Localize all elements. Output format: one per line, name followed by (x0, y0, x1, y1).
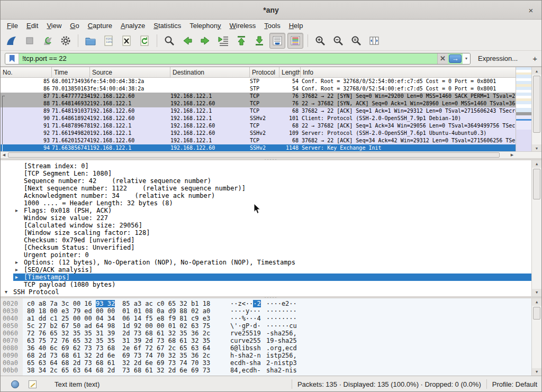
expander-closed-icon[interactable]: ▸ (15, 274, 24, 281)
detail-line[interactable]: [Stream index: 0] (1, 162, 541, 170)
auto-scroll-button[interactable] (269, 33, 285, 49)
detail-line[interactable]: Checksum: 0x79ed [unverified] (1, 236, 541, 244)
filter-dropdown-button[interactable]: ▾ (463, 53, 470, 64)
menu-statistics[interactable]: Statistics (149, 21, 185, 31)
zoom-out-button[interactable] (330, 33, 346, 49)
detail-line[interactable]: Window size value: 227 (1, 214, 541, 222)
packet-row-86[interactable]: 8670.013850163fe:54:00:d4:38:2aSTP54Conf… (1, 85, 516, 93)
hex-row[interactable]: 00a065 63 64 68 2d 73 68 6132 2d 6e 69 7… (1, 359, 541, 367)
hex-row[interactable]: 0020c0 a8 7a 3c 00 16 93 3285 a3 ac c0 6… (1, 300, 541, 307)
packet-row-94[interactable]: 9471.663856741192.168.122.1192.168.122.6… (1, 144, 516, 152)
packet-row-88[interactable]: 8871.648146932192.168.122.1192.168.122.6… (1, 100, 516, 107)
detail-line[interactable]: ▸Flags: 0x018 (PSH, ACK) (1, 207, 541, 214)
menu-analyze[interactable]: Analyze (116, 21, 149, 31)
open-file-button[interactable] (83, 33, 98, 49)
display-filter-input[interactable] (19, 53, 437, 64)
expert-info-icon[interactable] (11, 380, 19, 388)
restart-capture-button[interactable] (40, 33, 56, 49)
bytes-vscrollbar[interactable]: ▲ ▼ (531, 298, 541, 376)
find-packet-button[interactable] (161, 33, 177, 49)
scroll-up-icon[interactable]: ▲ (532, 298, 541, 306)
stop-capture-button[interactable] (22, 33, 38, 49)
column-header-length[interactable]: Length (279, 67, 301, 77)
scrollbar-thumb[interactable] (533, 307, 540, 320)
menu-go[interactable]: Go (66, 21, 83, 31)
go-first-button[interactable] (233, 33, 249, 49)
hex-row[interactable]: 00505c 27 b2 67 50 ad 64 981d 92 00 00 0… (1, 322, 541, 330)
expander-closed-icon[interactable]: ▸ (15, 207, 24, 214)
detail-line[interactable]: ▸[SEQ/ACK analysis] (1, 266, 541, 274)
expander-closed-icon[interactable]: ▸ (15, 259, 24, 266)
scroll-down-icon[interactable]: ▼ (532, 144, 541, 152)
packet-row-87[interactable]: 8771.647777234192.168.122.60192.168.122.… (1, 93, 516, 100)
scroll-down-icon[interactable]: ▼ (532, 289, 541, 296)
detail-line[interactable]: [Next sequence number: 1122 (relative se… (1, 185, 541, 192)
close-window-button[interactable]: × (526, 5, 536, 15)
hex-row[interactable]: 008036 40 6c 69 62 73 73 682e 6f 72 67 2… (1, 344, 541, 352)
scroll-right-icon[interactable]: ▶ (509, 152, 516, 158)
hex-row[interactable]: 007063 75 72 76 65 32 35 3531 39 2d 73 6… (1, 337, 541, 344)
scroll-up-icon[interactable]: ▲ (532, 160, 541, 168)
detail-line[interactable]: ▸Options: (12 bytes), No-Operation (NOP)… (1, 259, 541, 266)
menu-edit[interactable]: Edit (22, 21, 42, 31)
go-back-button[interactable] (179, 33, 195, 49)
reload-file-button[interactable] (137, 33, 152, 49)
go-last-button[interactable] (251, 33, 267, 49)
column-header-destination[interactable]: Destination (170, 67, 250, 77)
expander-closed-icon[interactable]: ▸ (15, 266, 24, 274)
hex-row[interactable]: 009068 2d 73 68 61 32 2d 6e69 73 74 70 3… (1, 352, 541, 359)
expression-button[interactable]: Expression... (474, 53, 522, 63)
expander-open-icon[interactable]: ▾ (5, 288, 13, 296)
column-header-source[interactable]: Source (90, 67, 170, 77)
hex-row[interactable]: 006072 76 65 32 35 35 31 392d 73 68 61 3… (1, 330, 541, 337)
save-file-button[interactable]: 01011101 (101, 33, 116, 49)
filter-clear-button[interactable]: ✕ (437, 53, 448, 64)
column-header-info[interactable]: Info (301, 67, 541, 77)
scroll-up-icon[interactable]: ▲ (532, 67, 541, 75)
capture-comment-icon[interactable] (29, 380, 37, 388)
resize-columns-button[interactable] (366, 33, 382, 49)
packet-row-91[interactable]: 9171.648789678192.168.122.1192.168.122.6… (1, 122, 516, 130)
scrollbar-thumb[interactable] (533, 76, 540, 133)
close-file-button[interactable] (119, 33, 134, 49)
scroll-down-icon[interactable]: ▼ (532, 368, 541, 376)
packet-row-85[interactable]: 8568.001734936fe:54:00:d4:38:2aSTP54Conf… (1, 78, 516, 85)
scrollbar-thumb[interactable] (533, 169, 540, 199)
hex-row[interactable]: 003080 18 00 e3 79 ed 00 0001 01 08 0a d… (1, 307, 541, 315)
filter-apply-button[interactable]: → (449, 54, 462, 63)
detail-line[interactable]: ▸[Timestamps] (13, 274, 541, 281)
detail-line[interactable]: Acknowledgment number: 34 (relative ack … (1, 192, 541, 199)
intelligent-scrollbar[interactable] (516, 67, 531, 152)
column-header-no[interactable]: No. (1, 67, 52, 77)
zoom-original-button[interactable] (348, 33, 364, 49)
detail-line[interactable]: Sequence number: 42 (relative sequence n… (1, 177, 541, 185)
menu-view[interactable]: View (42, 21, 66, 31)
capture-options-button[interactable] (58, 33, 74, 49)
details-vscrollbar[interactable]: ▲ ▼ (531, 160, 541, 296)
packet-list-hscrollbar[interactable]: ◀ ▶ (1, 151, 516, 158)
menu-wireless[interactable]: Wireless (225, 21, 260, 31)
packet-row-92[interactable]: 9271.661949820192.168.122.1192.168.122.6… (1, 130, 516, 137)
detail-line[interactable]: TCP payload (1080 bytes) (1, 281, 541, 288)
zoom-in-button[interactable] (312, 33, 328, 49)
menu-telephony[interactable]: Telephony (185, 21, 225, 31)
detail-line[interactable]: Urgent pointer: 0 (1, 251, 541, 259)
detail-line[interactable]: [Checksum Status: Unverified] (1, 244, 541, 251)
start-capture-button[interactable] (4, 33, 20, 49)
hex-row[interactable]: 0040a1 dd c1 25 00 00 04 3406 14 f5 e8 f… (1, 315, 541, 322)
column-header-time[interactable]: Time (52, 67, 90, 77)
go-to-packet-button[interactable] (215, 33, 231, 49)
filter-bookmark-button[interactable] (5, 53, 19, 64)
column-header-protocol[interactable]: Protocol (250, 67, 279, 77)
go-forward-button[interactable] (197, 33, 213, 49)
scroll-left-icon[interactable]: ◀ (1, 152, 7, 158)
packet-list-vscrollbar[interactable]: ▲ ▼ (531, 67, 541, 152)
detail-line[interactable]: [Calculated window size: 29056] (1, 222, 541, 229)
packet-row-93[interactable]: 9371.662015274192.168.122.60192.168.122.… (1, 137, 516, 144)
menu-capture[interactable]: Capture (84, 21, 116, 31)
packet-row-90[interactable]: 9071.648618924192.168.122.60192.168.122.… (1, 115, 516, 122)
scrollbar-thumb[interactable] (8, 152, 500, 158)
menu-tools[interactable]: Tools (260, 21, 284, 31)
add-filter-button[interactable]: + (528, 54, 541, 63)
detail-line[interactable]: [TCP Segment Len: 1080] (1, 170, 541, 177)
